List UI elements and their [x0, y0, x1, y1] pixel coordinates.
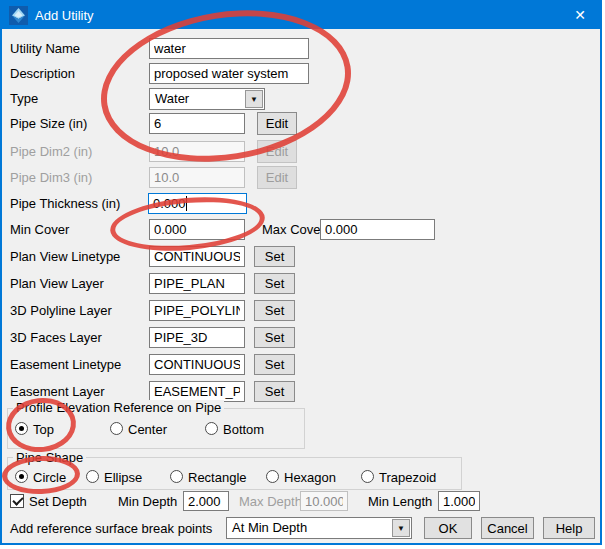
min-cover-label: Min Cover	[10, 222, 69, 237]
window-title: Add Utility	[35, 8, 94, 23]
plan-view-layer-input[interactable]	[149, 273, 245, 294]
profile-reference-group-title: Profile Elevation Reference on Pipe	[13, 400, 224, 415]
close-icon[interactable]: ✕	[569, 5, 591, 26]
plan-view-linetype-input[interactable]	[149, 246, 245, 267]
pipe-shape-group-title: Pipe Shape	[13, 450, 86, 465]
pipe-dim2-label: Pipe Dim2 (in)	[10, 144, 92, 159]
pipe-thickness-label: Pipe Thickness (in)	[10, 196, 120, 211]
3d-polyline-layer-set-button[interactable]: Set	[254, 300, 295, 321]
description-input[interactable]	[149, 63, 309, 84]
max-cover-label: Max Cover	[262, 222, 325, 237]
radio-bottom[interactable]	[205, 422, 218, 435]
min-length-label: Min Length	[368, 494, 432, 509]
help-button[interactable]: Help	[543, 517, 595, 539]
pipe-dim3-input	[149, 167, 245, 188]
radio-hexagon-label[interactable]: Hexagon	[284, 470, 336, 485]
3d-polyline-layer-input[interactable]	[149, 300, 245, 321]
pipe-thickness-input[interactable]	[148, 193, 247, 214]
chevron-down-icon[interactable]: ▼	[245, 90, 263, 108]
break-points-dropdown[interactable]: At Min Depth ▼	[226, 517, 412, 539]
pipe-dim3-label: Pipe Dim3 (in)	[10, 170, 92, 185]
carlson-app-icon	[9, 6, 28, 25]
easement-linetype-label: Easement Linetype	[10, 357, 121, 372]
radio-ellipse-label[interactable]: Ellipse	[104, 470, 142, 485]
min-depth-label: Min Depth	[118, 494, 177, 509]
plan-view-layer-set-button[interactable]: Set	[254, 273, 295, 294]
radio-center[interactable]	[110, 422, 123, 435]
pipe-dim3-edit-button: Edit	[257, 166, 297, 189]
radio-hexagon[interactable]	[266, 470, 279, 483]
chevron-down-icon[interactable]: ▼	[392, 519, 410, 537]
plan-view-linetype-label: Plan View Linetype	[10, 249, 120, 264]
set-depth-label[interactable]: Set Depth	[29, 494, 87, 509]
radio-circle[interactable]	[15, 470, 28, 483]
pipe-size-edit-button[interactable]: Edit	[257, 112, 297, 135]
3d-faces-layer-label: 3D Faces Layer	[10, 330, 102, 345]
radio-rectangle[interactable]	[170, 470, 183, 483]
radio-top-label[interactable]: Top	[33, 422, 54, 437]
plan-view-linetype-set-button[interactable]: Set	[254, 246, 295, 267]
3d-polyline-layer-label: 3D Polyline Layer	[10, 303, 112, 318]
set-depth-checkbox[interactable]	[10, 494, 24, 508]
max-cover-input[interactable]	[320, 219, 435, 240]
easement-layer-input[interactable]	[149, 381, 245, 402]
radio-circle-label[interactable]: Circle	[33, 470, 66, 485]
type-dropdown[interactable]: Water ▼	[149, 88, 265, 110]
cancel-button[interactable]: Cancel	[481, 517, 534, 539]
type-dropdown-value: Water	[155, 91, 189, 106]
radio-rectangle-label[interactable]: Rectangle	[188, 470, 247, 485]
3d-faces-layer-input[interactable]	[149, 327, 245, 348]
break-points-dropdown-value: At Min Depth	[232, 520, 307, 535]
max-depth-label: Max Depth	[239, 494, 302, 509]
radio-ellipse[interactable]	[86, 470, 99, 483]
radio-top[interactable]	[15, 422, 28, 435]
add-utility-dialog: Add Utility ✕ Utility Name Description T…	[0, 0, 602, 545]
radio-trapezoid[interactable]	[361, 470, 374, 483]
utility-name-input[interactable]	[149, 38, 309, 59]
ok-button[interactable]: OK	[424, 517, 472, 539]
break-points-label: Add reference surface break points	[10, 521, 212, 536]
min-length-input[interactable]	[438, 491, 480, 511]
min-cover-input[interactable]	[149, 219, 245, 240]
easement-layer-label: Easement Layer	[10, 384, 105, 399]
max-depth-input	[300, 491, 348, 511]
radio-trapezoid-label[interactable]: Trapezoid	[379, 470, 436, 485]
3d-faces-layer-set-button[interactable]: Set	[254, 327, 295, 348]
type-label: Type	[10, 91, 38, 106]
title-bar[interactable]: Add Utility ✕	[2, 2, 600, 29]
screenshot-canvas: Add Utility ✕ Utility Name Description T…	[0, 0, 605, 549]
easement-linetype-input[interactable]	[149, 354, 245, 375]
pipe-dim2-input	[149, 141, 245, 162]
text-cursor	[186, 196, 187, 211]
radio-center-label[interactable]: Center	[128, 422, 167, 437]
pipe-size-input[interactable]	[149, 113, 245, 134]
description-label: Description	[10, 66, 75, 81]
easement-layer-set-button[interactable]: Set	[254, 381, 295, 402]
pipe-size-label: Pipe Size (in)	[10, 116, 87, 131]
min-depth-input[interactable]	[183, 491, 229, 511]
radio-bottom-label[interactable]: Bottom	[223, 422, 264, 437]
plan-view-layer-label: Plan View Layer	[10, 276, 104, 291]
pipe-dim2-edit-button: Edit	[257, 140, 297, 163]
utility-name-label: Utility Name	[10, 41, 80, 56]
easement-linetype-set-button[interactable]: Set	[254, 354, 295, 375]
